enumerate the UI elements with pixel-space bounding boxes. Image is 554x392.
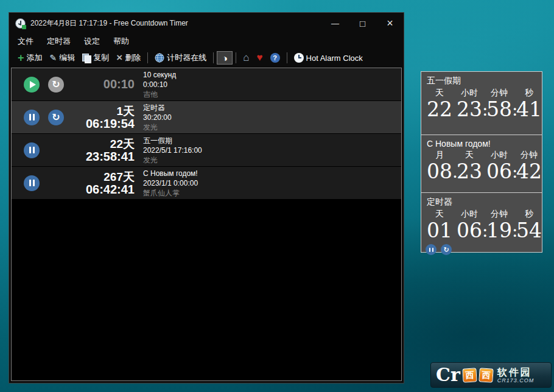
remaining-time: 00:10: [68, 78, 135, 91]
timer-sound: 吉他: [143, 89, 176, 99]
widget-countdown: 天22 小时23 : 分钟58 : 秒41: [421, 87, 542, 121]
copy-icon: [82, 54, 91, 62]
pause-icon: [29, 180, 35, 186]
widget-dingshiqi[interactable]: 定时器 天01 小时06 : 分钟19 : 秒54 ↻: [421, 192, 542, 253]
timer-row-wuyi[interactable]: 22天 23:58:41 五一假期 2022/5/1 17:16:00 发光: [12, 134, 401, 167]
menu-file[interactable]: 文件: [18, 36, 33, 47]
menu-bar: 文件 定时器 设定 帮助: [9, 33, 404, 49]
theme-contrast-toggle[interactable]: ◑: [217, 51, 233, 65]
menu-help[interactable]: 帮助: [113, 36, 129, 47]
timer-target: 2023/1/1 0:00:00: [143, 178, 198, 188]
remaining-time: 1天 06:19:54: [68, 105, 135, 130]
timer-row-10sec[interactable]: ↻ 00:10 10 секунд 0:00:10 吉他: [12, 68, 401, 101]
pause-icon: [429, 248, 433, 252]
repeat-icon: ↻: [48, 77, 64, 93]
timer-sound: 发光: [143, 155, 202, 165]
timer-row-newyear[interactable]: 267天 06:42:41 С Новым годом! 2023/1/1 0:…: [12, 167, 401, 200]
cr-logo-text: Cr: [436, 366, 460, 384]
widget-countdown: 月08 . 天23 小时06 : 分钟42: [421, 149, 542, 183]
timer-details: 定时器 30:20:00 发光: [143, 103, 172, 132]
window-title: 2022年4月8日 17:17:19 - Free Countdown Time…: [30, 18, 188, 29]
menu-settings[interactable]: 设定: [84, 36, 100, 47]
title-bar[interactable]: 2022年4月8日 17:17:19 - Free Countdown Time…: [9, 13, 404, 33]
timer-target: 0:00:10: [143, 80, 176, 89]
timer-target: 2022/5/1 17:16:00: [143, 145, 202, 155]
timer-details: С Новым годом! 2023/1/1 0:00:00 蟹爪仙人掌: [143, 169, 198, 198]
cr173-watermark: Cr 西 西 软件园 CR173.COM: [430, 362, 552, 388]
widget-title: С Новым годом!: [421, 135, 542, 149]
toolbar: + 添加 ✎ 编辑 复制 × 删除 计时器在线: [9, 49, 404, 66]
timer-target: 30:20:00: [143, 113, 172, 122]
close-button[interactable]: ×: [376, 13, 404, 33]
timer-name: 10 секунд: [143, 70, 176, 80]
widget-repeat-button[interactable]: ↻: [441, 244, 452, 255]
pause-icon: [29, 114, 35, 121]
add-timer-button[interactable]: + 添加: [14, 51, 46, 65]
repeat-icon: ↻: [443, 247, 449, 253]
xi-tile: 西: [479, 368, 494, 383]
menu-timer[interactable]: 定时器: [47, 36, 71, 47]
home-icon: ⌂: [243, 53, 249, 63]
globe-icon: [155, 53, 164, 63]
widget-title: 五一假期: [421, 72, 542, 87]
plus-icon: +: [18, 54, 24, 62]
toolbar-separator: [287, 52, 287, 63]
timer-name: 五一假期: [143, 136, 202, 145]
alarm-clock-icon: [294, 53, 304, 63]
hot-alarm-clock-button[interactable]: Hot Alarm Clock: [290, 52, 366, 64]
remaining-time: 267天 06:42:41: [68, 170, 135, 196]
play-button[interactable]: [24, 77, 40, 93]
question-mark-icon: ?: [270, 53, 280, 63]
timer-name: С Новым годом!: [143, 169, 198, 178]
homepage-button[interactable]: ⌂: [239, 52, 253, 64]
widget-pause-button[interactable]: [426, 244, 437, 255]
timer-details: 五一假期 2022/5/1 17:16:00 发光: [143, 136, 202, 165]
app-clock-icon: [15, 18, 26, 29]
widget-controls: ↻: [426, 244, 542, 255]
app-window: 2022年4月8日 17:17:19 - Free Countdown Time…: [9, 12, 404, 383]
toolbar-separator: [213, 52, 214, 63]
repeat-icon: ↻: [48, 110, 64, 125]
online-timer-button[interactable]: 计时器在线: [151, 51, 210, 65]
timer-sound: 发光: [143, 122, 172, 132]
heart-icon: ♥: [256, 53, 262, 63]
countdown-widgets: 五一假期 天22 小时23 : 分钟58 : 秒41 С Новым годом…: [421, 71, 542, 253]
widget-title: 定时器: [421, 193, 542, 208]
desktop-background: 2022年4月8日 17:17:19 - Free Countdown Time…: [0, 0, 554, 392]
remaining-time: 22天 23:58:41: [68, 138, 135, 163]
timer-name: 定时器: [143, 103, 172, 113]
widget-wuyi[interactable]: 五一假期 天22 小时23 : 分钟58 : 秒41: [421, 71, 542, 135]
help-button[interactable]: ?: [267, 52, 284, 64]
site-name: 软件园: [497, 367, 535, 377]
widget-countdown: 天01 小时06 : 分钟19 : 秒54: [421, 208, 542, 242]
pause-button[interactable]: [24, 110, 40, 125]
timer-details: 10 секунд 0:00:10 吉他: [143, 70, 176, 99]
timer-row-dingshiqi[interactable]: ↻ 1天 06:19:54 定时器 30:20:00 发光: [12, 101, 401, 134]
timer-list: ↻ 00:10 10 секунд 0:00:10 吉他 ↻ 1天: [11, 68, 402, 381]
widget-newyear[interactable]: С Новым годом! 月08 . 天23 小时06 : 分钟42: [421, 135, 542, 193]
pencil-icon: ✎: [50, 53, 57, 63]
delete-timer-button[interactable]: × 删除: [113, 51, 144, 65]
site-domain: CR173.COM: [497, 377, 535, 383]
minimize-button[interactable]: —: [321, 13, 349, 33]
play-icon: [30, 81, 36, 88]
pause-icon: [29, 147, 35, 153]
maximize-button[interactable]: □: [349, 13, 376, 33]
toolbar-separator: [147, 52, 148, 63]
copy-timer-button[interactable]: 复制: [79, 51, 113, 65]
pause-button[interactable]: [24, 142, 40, 158]
contrast-icon: ◑: [222, 53, 228, 63]
pause-button[interactable]: [24, 175, 40, 191]
toolbar-separator: [236, 52, 236, 63]
timer-sound: 蟹爪仙人掌: [143, 188, 198, 198]
edit-timer-button[interactable]: ✎ 编辑: [46, 51, 79, 65]
xi-tile: 西: [462, 368, 477, 382]
donate-button[interactable]: ♥: [253, 52, 266, 64]
delete-x-icon: ×: [116, 54, 122, 62]
